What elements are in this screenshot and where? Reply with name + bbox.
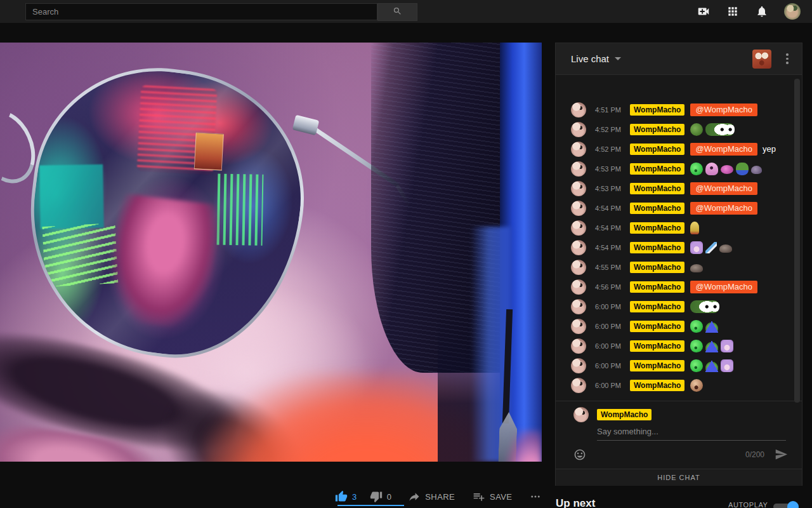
chat-timestamp: 4:53 PM	[595, 185, 624, 192]
video-art-layer	[0, 420, 163, 462]
chat-message-list: 4:51 PMWompMacho@WompMacho4:52 PMWompMac…	[556, 76, 802, 401]
blob-green-emote	[690, 359, 703, 372]
chat-message-input[interactable]: Say something...	[597, 427, 786, 441]
chat-author-avatar[interactable]	[571, 358, 586, 373]
like-sentiment-bar	[337, 505, 404, 506]
chat-menu-button[interactable]	[782, 52, 793, 66]
chat-author-avatar[interactable]	[571, 338, 586, 354]
search-button[interactable]	[377, 3, 417, 21]
video-art-layer	[14, 54, 318, 372]
page: 3 0 SHARE SAVE Up next AUTOPLAY	[0, 0, 812, 508]
search-box	[25, 3, 377, 20]
chat-author-badge[interactable]: WompMacho	[630, 360, 684, 371]
dislike-button[interactable]: 0	[370, 490, 392, 503]
chat-author-avatar[interactable]	[571, 319, 586, 334]
rat-emote	[690, 264, 703, 272]
chat-author-badge[interactable]: WompMacho	[630, 262, 684, 273]
chat-author-badge[interactable]: WompMacho	[630, 104, 684, 116]
like-button[interactable]: 3	[335, 490, 357, 503]
chat-author-badge[interactable]: WompMacho	[630, 222, 684, 234]
chat-author-avatar[interactable]	[571, 279, 586, 295]
channel-avatar[interactable]	[752, 50, 771, 69]
video-art-layer	[438, 316, 520, 462]
toggle-knob	[787, 501, 799, 508]
chat-mention-chip: @WompMacho	[690, 143, 757, 156]
chat-message: 4:55 PMWompMacho	[571, 257, 802, 277]
chat-author-badge[interactable]: WompMacho	[630, 301, 684, 312]
chat-message: 4:56 PMWompMacho@WompMacho	[571, 277, 802, 297]
chat-timestamp: 4:51 PM	[595, 106, 624, 114]
chat-author-avatar[interactable]	[571, 299, 586, 314]
chat-author-badge[interactable]: WompMacho	[630, 281, 684, 293]
chat-author-badge[interactable]: WompMacho	[630, 242, 684, 253]
video-actions: 3 0 SHARE SAVE	[335, 486, 544, 507]
chat-author-badge[interactable]: WompMacho	[630, 321, 684, 332]
own-author-badge: WompMacho	[597, 409, 652, 420]
chat-message: 4:52 PMWompMacho@WompMachoyep	[571, 139, 802, 159]
video-art-layer	[371, 43, 508, 373]
video-art-layer	[0, 319, 247, 462]
chat-timestamp: 4:52 PM	[595, 126, 624, 133]
chat-author-avatar[interactable]	[571, 161, 586, 177]
chat-author-avatar[interactable]	[571, 378, 586, 393]
chat-title: Live chat	[571, 53, 609, 64]
thumb-down-icon	[370, 490, 383, 503]
video-art-layer	[40, 164, 105, 229]
brush-emote	[705, 242, 717, 253]
hide-chat-button[interactable]: HIDE CHAT	[556, 469, 802, 486]
chat-mention-chip: @WompMacho	[690, 182, 757, 195]
chat-author-badge[interactable]: WompMacho	[630, 380, 684, 391]
chat-author-avatar[interactable]	[571, 142, 586, 157]
apps-grid-icon[interactable]	[726, 4, 740, 18]
pepe-wizard-emote	[705, 340, 718, 352]
video-art-layer	[114, 284, 381, 462]
chat-author-avatar[interactable]	[571, 201, 586, 216]
video-art-layer	[105, 193, 221, 331]
chat-author-avatar[interactable]	[571, 122, 586, 137]
chat-message: 6:00 PMWompMacho	[571, 316, 802, 336]
ghost-pink-emote	[705, 163, 718, 175]
account-avatar[interactable]	[784, 3, 801, 20]
chat-timestamp: 6:00 PM	[595, 342, 624, 350]
chat-scrollbar[interactable]	[794, 79, 800, 403]
chat-author-badge[interactable]: WompMacho	[630, 183, 684, 194]
video-art-layer	[292, 115, 320, 135]
chat-timestamp: 6:00 PM	[595, 382, 624, 389]
video-art-layer	[395, 184, 425, 229]
video-player[interactable]	[0, 43, 542, 462]
topbar-icons	[697, 0, 812, 23]
chat-message: 6:00 PMWompMacho	[571, 356, 802, 375]
video-art-layer	[43, 223, 119, 287]
chat-author-avatar[interactable]	[571, 102, 586, 117]
more-actions-button[interactable]	[530, 491, 541, 502]
emoji-button[interactable]	[573, 448, 586, 461]
chat-header: Live chat	[556, 43, 802, 75]
chat-author-avatar[interactable]	[571, 220, 586, 236]
chat-author-avatar[interactable]	[571, 181, 586, 196]
rat-emote	[719, 244, 732, 253]
blob-pink-emote	[721, 165, 733, 174]
chat-author-badge[interactable]: WompMacho	[630, 124, 684, 135]
chat-author-avatar[interactable]	[571, 240, 586, 255]
chat-message: 6:00 PMWompMacho	[571, 375, 802, 395]
video-art-layer	[136, 361, 333, 462]
chat-mode-dropdown-icon[interactable]	[615, 57, 621, 60]
blob-green-emote	[690, 163, 703, 175]
chat-author-badge[interactable]: WompMacho	[630, 163, 684, 175]
notifications-bell-icon[interactable]	[755, 4, 769, 18]
autoplay-toggle[interactable]	[773, 501, 799, 508]
chat-author-badge[interactable]: WompMacho	[630, 144, 684, 155]
chat-author-badge[interactable]: WompMacho	[630, 340, 684, 352]
search-input[interactable]	[26, 4, 377, 20]
blob-green-emote	[690, 340, 703, 352]
chat-author-avatar[interactable]	[571, 260, 586, 275]
chat-timestamp: 6:00 PM	[595, 362, 624, 370]
video-art-layer	[0, 101, 46, 193]
send-button[interactable]	[775, 448, 788, 461]
chat-author-badge[interactable]: WompMacho	[630, 203, 684, 214]
create-video-icon[interactable]	[697, 4, 710, 18]
pepe-sad-emote	[690, 123, 703, 136]
save-button[interactable]: SAVE	[473, 490, 512, 503]
share-button[interactable]: SHARE	[408, 490, 455, 503]
pepe-wide-emote	[705, 123, 735, 136]
